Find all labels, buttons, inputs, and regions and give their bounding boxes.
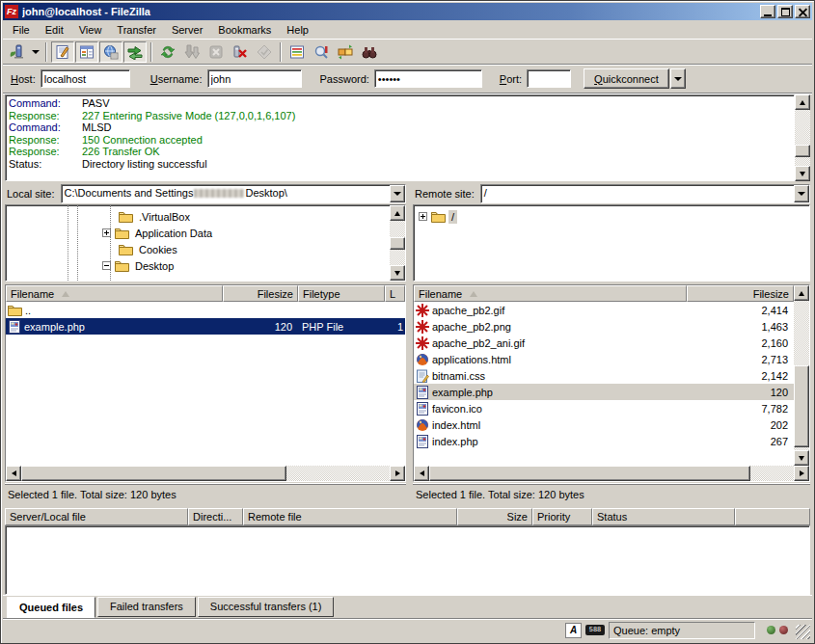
username-input[interactable] xyxy=(207,69,302,88)
file-row[interactable]: apache_pb2.gif 2,414 xyxy=(414,302,794,318)
file-row-updir[interactable]: .. xyxy=(6,302,405,318)
file-row[interactable]: apache_pb2.png 1,463 xyxy=(414,318,794,335)
toggle-remote-tree-button[interactable] xyxy=(99,41,122,63)
file-row[interactable]: bitnami.css 2,142 xyxy=(414,367,794,384)
remote-list-body[interactable]: apache_pb2.gif 2,414 apache_pb2.png 1,46… xyxy=(414,302,794,466)
column-header-filename[interactable]: Filename xyxy=(6,285,223,302)
process-queue-button[interactable] xyxy=(180,41,204,63)
scroll-left-button[interactable] xyxy=(6,466,21,481)
remote-site-combo[interactable]: / xyxy=(480,184,810,203)
scrollbar-thumb[interactable] xyxy=(794,365,809,447)
column-header-filesize[interactable]: Filesize xyxy=(687,285,794,302)
quickconnect-dropdown[interactable] xyxy=(670,68,686,89)
filter-listings-button[interactable] xyxy=(285,41,309,63)
expand-icon[interactable] xyxy=(419,212,427,221)
menu-server[interactable]: Server xyxy=(164,21,210,39)
file-row[interactable]: apache_pb2_ani.gif 2,160 xyxy=(414,335,794,351)
local-site-dropdown[interactable] xyxy=(390,185,405,202)
column-header-remote-file[interactable]: Remote file xyxy=(243,508,457,525)
password-input[interactable] xyxy=(374,69,482,88)
scrollbar-track[interactable] xyxy=(390,221,405,265)
title-bar[interactable]: Fz john@localhost - FileZilla xyxy=(3,3,812,20)
file-row[interactable]: index.php 267 xyxy=(414,433,794,449)
tab-failed-transfers[interactable]: Failed transfers xyxy=(97,597,196,617)
column-header-filesize[interactable]: Filesize xyxy=(223,285,298,302)
remote-directory-tree[interactable]: / xyxy=(413,204,810,282)
site-manager-button[interactable] xyxy=(5,41,28,63)
column-header-filename[interactable]: Filename xyxy=(414,285,687,302)
toggle-message-log-button[interactable] xyxy=(51,41,74,63)
file-row[interactable]: applications.html 2,713 xyxy=(414,351,794,367)
disconnect-button[interactable] xyxy=(229,41,252,63)
column-header-direction[interactable]: Directi... xyxy=(188,508,243,525)
speed-limits-icon[interactable]: 588 xyxy=(585,625,605,635)
column-header-lastmodified[interactable]: L xyxy=(385,285,405,302)
tree-item-desktop[interactable]: Desktop xyxy=(6,257,390,274)
toggle-transfer-queue-button[interactable] xyxy=(123,41,147,63)
synchronized-browsing-button[interactable] xyxy=(334,41,357,63)
scroll-down-button[interactable] xyxy=(795,166,810,181)
pane-splitter[interactable] xyxy=(406,204,413,282)
compare-directories-button[interactable] xyxy=(310,41,333,63)
menu-transfer[interactable]: Transfer xyxy=(109,21,164,39)
scrollbar-track[interactable] xyxy=(429,466,794,481)
filezilla-app-icon[interactable]: Fz xyxy=(5,5,18,18)
collapse-icon[interactable] xyxy=(102,261,111,270)
column-header-status[interactable]: Status xyxy=(592,508,735,525)
column-header-server-local-file[interactable]: Server/Local file xyxy=(5,508,188,525)
expand-icon[interactable] xyxy=(102,228,111,237)
menu-view[interactable]: View xyxy=(71,21,110,39)
tree-item-virtualbox[interactable]: .VirtualBox xyxy=(6,208,390,225)
scrollbar-track[interactable] xyxy=(21,466,390,481)
scrollbar-track[interactable] xyxy=(795,110,810,166)
column-header-empty[interactable] xyxy=(735,508,810,525)
tab-queued-files[interactable]: Queued files xyxy=(7,597,95,618)
host-input[interactable] xyxy=(41,69,130,88)
menu-edit[interactable]: Edit xyxy=(38,21,71,39)
scroll-up-button[interactable] xyxy=(794,285,809,301)
close-button[interactable] xyxy=(795,5,810,18)
toggle-directory-trees-button[interactable] xyxy=(75,41,98,63)
remote-site-dropdown[interactable] xyxy=(794,185,809,202)
column-header-priority[interactable]: Priority xyxy=(532,508,592,525)
cancel-operation-button[interactable] xyxy=(204,41,228,63)
minimize-button[interactable] xyxy=(760,5,775,18)
quickconnect-button[interactable]: Quickconnect xyxy=(584,68,669,89)
scrollbar-thumb[interactable] xyxy=(795,145,810,157)
tree-item-cookies[interactable]: Cookies xyxy=(6,241,390,257)
scrollbar-thumb[interactable] xyxy=(429,466,750,481)
port-input[interactable] xyxy=(527,69,571,88)
local-list-body[interactable]: .. example.php 120 PHP File 1 xyxy=(6,302,405,466)
scrollbar-thumb[interactable] xyxy=(390,237,405,250)
maximize-button[interactable] xyxy=(777,5,793,18)
resize-grip[interactable] xyxy=(796,625,810,639)
reconnect-button[interactable] xyxy=(253,41,276,63)
scroll-down-button[interactable] xyxy=(390,265,405,281)
scroll-down-button[interactable] xyxy=(794,450,809,466)
refresh-button[interactable] xyxy=(156,41,179,63)
message-log[interactable]: Command:PASV Response:227 Entering Passi… xyxy=(5,94,795,181)
scroll-left-button[interactable] xyxy=(414,466,429,481)
column-header-filetype[interactable]: Filetype xyxy=(298,285,385,302)
scroll-up-button[interactable] xyxy=(795,94,810,110)
pane-splitter[interactable] xyxy=(406,284,413,482)
column-header-size[interactable]: Size xyxy=(457,508,532,525)
tab-successful-transfers[interactable]: Successful transfers (1) xyxy=(198,597,335,617)
file-row-selected[interactable]: example.php 120 PHP File 1 xyxy=(6,318,405,335)
local-site-combo[interactable]: C:\Documents and SettingsDesktop\ xyxy=(61,184,406,203)
scroll-right-button[interactable] xyxy=(390,466,405,481)
file-row[interactable]: index.html 202 xyxy=(414,416,794,433)
scroll-right-button[interactable] xyxy=(794,466,809,481)
menu-help[interactable]: Help xyxy=(279,21,316,39)
scrollbar-thumb[interactable] xyxy=(21,466,286,481)
file-row-selected[interactable]: example.php 120 xyxy=(414,384,794,400)
scrollbar-track[interactable] xyxy=(794,301,809,450)
ascii-data-type-icon[interactable]: A xyxy=(565,623,582,638)
local-directory-tree[interactable]: .VirtualBox Application Data Cookies xyxy=(5,204,406,282)
find-files-button[interactable] xyxy=(358,41,381,63)
tree-item-root[interactable]: / xyxy=(414,208,809,225)
menu-bookmarks[interactable]: Bookmarks xyxy=(210,21,279,39)
site-manager-dropdown[interactable] xyxy=(29,41,41,63)
file-row[interactable]: favicon.ico 7,782 xyxy=(414,400,794,416)
scroll-up-button[interactable] xyxy=(390,205,405,221)
